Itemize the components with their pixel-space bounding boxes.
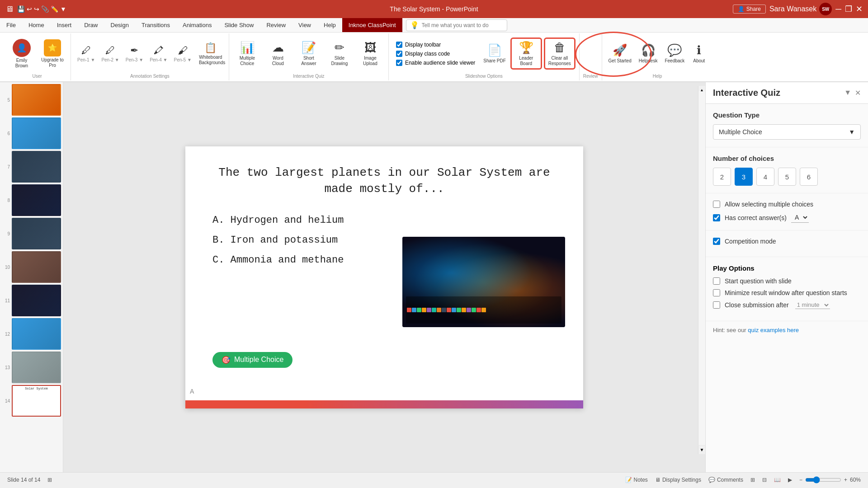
pen-2-btn[interactable]: 🖊 Pen-2 ▼ bbox=[99, 43, 122, 65]
slide-drawing-btn[interactable]: ✏ Slide Drawing bbox=[325, 39, 354, 68]
helpdesk-btn[interactable]: 🎧 Helpdesk bbox=[636, 42, 660, 66]
view-normal-btn[interactable]: ⊞ bbox=[750, 477, 755, 483]
minimize-window-checkbox[interactable] bbox=[713, 289, 720, 296]
tell-me-bar[interactable]: 💡 bbox=[406, 19, 507, 31]
upgrade-to-pro-btn[interactable]: ⭐ Upgrade to Pro bbox=[38, 38, 67, 70]
notes-btn[interactable]: 📝 Notes bbox=[625, 477, 648, 483]
slide-thumb-5[interactable]: 5 bbox=[2, 84, 61, 116]
slide-thumb-11[interactable]: 11 bbox=[2, 285, 61, 316]
tab-file[interactable]: File bbox=[0, 18, 22, 32]
panel-close-btn[interactable]: ✕ bbox=[855, 89, 861, 97]
choice-6-btn[interactable]: 6 bbox=[800, 168, 818, 186]
feedback-btn[interactable]: 💬 Feedback bbox=[662, 42, 687, 66]
tab-transitions[interactable]: Transitions bbox=[135, 18, 176, 32]
fit-slide-btn[interactable]: ⊞ bbox=[47, 477, 52, 483]
tab-draw[interactable]: Draw bbox=[78, 18, 104, 32]
emily-brown-btn[interactable]: 👤 Emily Brown bbox=[7, 37, 36, 70]
choice-2-btn[interactable]: 2 bbox=[713, 168, 731, 186]
minimize-btn[interactable]: ─ bbox=[835, 5, 841, 14]
start-with-slide-row[interactable]: Start question with slide bbox=[713, 277, 861, 285]
quick-dropdown-btn[interactable]: ▼ bbox=[60, 5, 66, 13]
slide-thumb-7[interactable]: 7 bbox=[2, 151, 61, 183]
short-answer-btn[interactable]: 📝 Short Answer bbox=[294, 39, 323, 68]
has-correct-checkbox[interactable] bbox=[713, 214, 720, 221]
tab-design[interactable]: Design bbox=[104, 18, 135, 32]
start-with-slide-checkbox[interactable] bbox=[713, 277, 720, 285]
slide-thumb-13[interactable]: 13 bbox=[2, 352, 61, 383]
close-submission-checkbox[interactable] bbox=[713, 301, 720, 309]
choice-4-btn[interactable]: 4 bbox=[756, 168, 774, 186]
competition-mode-row[interactable]: Competition mode bbox=[713, 238, 861, 245]
pin-quick-btn[interactable]: 📎 bbox=[41, 5, 49, 13]
choice-3-btn[interactable]: 3 bbox=[735, 168, 753, 186]
view-reading-btn[interactable]: 📖 bbox=[774, 477, 781, 483]
view-outline-btn[interactable]: ⊟ bbox=[762, 477, 767, 483]
leaderboard-btn[interactable]: 🏆 Leader Board bbox=[510, 38, 542, 70]
allow-multiple-row[interactable]: Allow selecting multiple choices bbox=[713, 201, 861, 208]
share-pdf-btn[interactable]: 📄 Share PDF bbox=[481, 42, 508, 66]
comments-btn[interactable]: 💬 Comments bbox=[708, 477, 743, 483]
slide-thumb-14[interactable]: 14 Solar System bbox=[2, 385, 61, 417]
quiz-examples-link[interactable]: quiz examples here bbox=[748, 327, 799, 333]
tab-review[interactable]: Review bbox=[260, 18, 292, 32]
undo-quick-btn[interactable]: ↩ bbox=[27, 5, 32, 13]
about-btn[interactable]: ℹ About bbox=[689, 42, 709, 66]
slide-img-7 bbox=[12, 151, 61, 183]
pen-5-btn[interactable]: 🖌 Pen-5 ▼ bbox=[171, 43, 194, 65]
close-btn[interactable]: ✕ bbox=[856, 4, 863, 14]
audience-slide-viewer-option[interactable]: Enable audience slide viewer bbox=[396, 60, 475, 66]
slide-thumb-9[interactable]: 9 bbox=[2, 218, 61, 249]
display-settings-btn[interactable]: 🖥 Display Settings bbox=[655, 477, 701, 483]
zoom-slider[interactable] bbox=[805, 476, 841, 483]
pen-3-btn[interactable]: ✒ Pen-3 ▼ bbox=[123, 43, 146, 65]
display-class-code-option[interactable]: Display class code bbox=[396, 51, 475, 57]
allow-multiple-checkbox[interactable] bbox=[713, 201, 720, 208]
audience-slide-viewer-checkbox[interactable] bbox=[396, 60, 402, 66]
zoom-out-btn[interactable]: − bbox=[799, 477, 802, 483]
tell-me-input[interactable] bbox=[422, 22, 503, 28]
tab-animations[interactable]: Animations bbox=[176, 18, 218, 32]
slide-thumb-10[interactable]: 10 bbox=[2, 251, 61, 283]
tab-slideshow[interactable]: Slide Show bbox=[218, 18, 260, 32]
restore-btn[interactable]: ❐ bbox=[845, 4, 852, 14]
view-slideshow-btn[interactable]: ▶ bbox=[788, 477, 792, 483]
tab-home[interactable]: Home bbox=[22, 18, 51, 32]
correct-answer-select[interactable]: A B C bbox=[791, 212, 809, 223]
tab-insert[interactable]: Insert bbox=[51, 18, 78, 32]
question-type-dropdown[interactable]: Multiple Choice ▼ bbox=[713, 124, 861, 140]
pen-1-btn[interactable]: 🖊 Pen-1 ▼ bbox=[75, 43, 98, 65]
pen-quick-btn[interactable]: ✏️ bbox=[51, 5, 58, 13]
tab-inknoe-classpoint[interactable]: Inknoe ClassPoint bbox=[342, 18, 402, 32]
whiteboard-backgrounds-btn[interactable]: 📋 Whiteboard Backgrounds bbox=[196, 40, 225, 67]
close-submission-time-select[interactable]: 1 minute 2 minutes 5 minutes bbox=[795, 301, 830, 309]
close-submission-row[interactable]: Close submission after 1 minute 2 minute… bbox=[713, 301, 861, 309]
minimize-window-row[interactable]: Minimize result window after question st… bbox=[713, 289, 861, 296]
word-cloud-btn[interactable]: ☁ Word Cloud bbox=[264, 39, 292, 68]
save-quick-btn[interactable]: 💾 bbox=[17, 5, 25, 13]
scroll-down-btn[interactable]: ▼ bbox=[698, 446, 705, 454]
display-class-code-checkbox[interactable] bbox=[396, 51, 402, 57]
choice-5-btn[interactable]: 5 bbox=[778, 168, 796, 186]
redo-quick-btn[interactable]: ↪ bbox=[34, 5, 39, 13]
tab-view[interactable]: View bbox=[292, 18, 317, 32]
avatar[interactable]: SW bbox=[819, 3, 832, 15]
display-toolbar-option[interactable]: Display toolbar bbox=[396, 42, 475, 48]
pen-2-label: Pen-2 ▼ bbox=[101, 57, 119, 63]
panel-dropdown-btn[interactable]: ▼ bbox=[844, 89, 851, 97]
zoom-control: − + 60% bbox=[799, 476, 861, 483]
zoom-in-btn[interactable]: + bbox=[844, 477, 847, 483]
display-toolbar-checkbox[interactable] bbox=[396, 42, 402, 48]
slide-thumb-6[interactable]: 6 bbox=[2, 117, 61, 149]
tab-help[interactable]: Help bbox=[317, 18, 342, 32]
share-button[interactable]: 👤 Share bbox=[733, 5, 766, 14]
image-upload-btn[interactable]: 🖼 Image Upload bbox=[356, 39, 385, 68]
quiz-badge[interactable]: 🎯 Multiple Choice bbox=[212, 352, 292, 368]
pen-4-btn[interactable]: 🖍 Pen-4 ▼ bbox=[147, 43, 170, 65]
clear-responses-btn[interactable]: 🗑 Clear all Responses bbox=[544, 38, 576, 70]
slide-thumb-12[interactable]: 12 bbox=[2, 318, 61, 350]
competition-mode-checkbox[interactable] bbox=[713, 238, 720, 245]
get-started-btn[interactable]: 🚀 Get Started bbox=[606, 42, 634, 66]
quick-access-toolbar: 💾 ↩ ↪ 📎 ✏️ ▼ bbox=[17, 5, 66, 13]
multiple-choice-btn[interactable]: 📊 Multiple Choice bbox=[233, 39, 262, 68]
slide-thumb-8[interactable]: 8 bbox=[2, 184, 61, 216]
